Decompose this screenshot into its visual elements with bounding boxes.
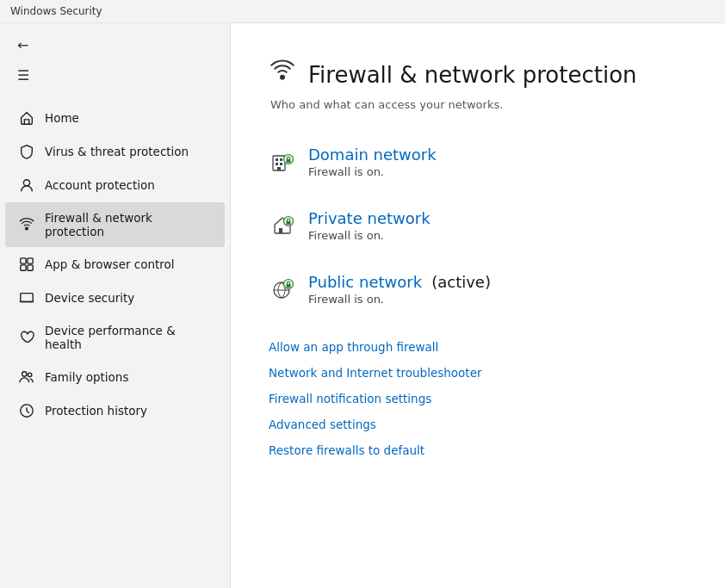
private-network-name[interactable]: Private network [308, 209, 431, 227]
svg-rect-6 [21, 294, 33, 302]
svg-rect-16 [277, 167, 281, 170]
sidebar-item-app-label: App & browser control [45, 257, 175, 271]
page-subtitle: Who and what can access your networks. [270, 98, 687, 111]
domain-network-section: Domain network Firewall is on. [269, 142, 687, 182]
allow-app-link[interactable]: Allow an app through firewall [269, 340, 687, 354]
svg-rect-3 [28, 258, 33, 263]
svg-rect-21 [287, 221, 291, 225]
sidebar-item-device-security[interactable]: Device security [5, 282, 225, 314]
sidebar-nav: Home Virus & threat protection [0, 97, 230, 588]
restore-link[interactable]: Restore firewalls to default [269, 443, 687, 457]
sidebar-item-history-label: Protection history [45, 404, 147, 418]
private-network-content: Private network Firewall is on. [308, 209, 431, 242]
public-network-name-row: Public network (active) [308, 273, 491, 291]
svg-point-1 [26, 227, 28, 230]
sidebar-item-account-label: Account protection [45, 178, 155, 192]
public-network-active-badge: (active) [431, 273, 491, 291]
links-section: Allow an app through firewall Network an… [269, 340, 687, 457]
page-header-icon [269, 58, 296, 91]
svg-rect-18 [287, 159, 291, 163]
svg-rect-5 [28, 265, 33, 270]
family-icon [19, 369, 34, 385]
domain-network-icon [269, 147, 296, 175]
page-header: Firewall & network protection [269, 58, 687, 91]
sidebar-item-app[interactable]: App & browser control [5, 248, 225, 281]
sidebar-item-family[interactable]: Family options [5, 361, 225, 393]
domain-network-status: Firewall is on. [308, 165, 437, 178]
domain-network-name[interactable]: Domain network [308, 145, 437, 164]
wifi-icon [19, 217, 34, 232]
main-content: Firewall & network protection Who and wh… [231, 23, 725, 588]
title-bar: Windows Security [0, 0, 725, 23]
sidebar-item-home[interactable]: Home [5, 102, 225, 134]
svg-rect-13 [280, 158, 282, 161]
svg-rect-19 [279, 228, 282, 233]
sidebar-item-device-security-label: Device security [45, 291, 134, 305]
svg-rect-24 [287, 284, 291, 288]
domain-network-card: Domain network Firewall is on. [269, 142, 687, 182]
public-network-section: Public network (active) Firewall is on. [269, 269, 687, 309]
private-network-card: Private network Firewall is on. [269, 206, 687, 245]
sidebar-item-device-perf-label: Device performance & health [45, 324, 211, 351]
advanced-link[interactable]: Advanced settings [269, 418, 687, 431]
public-network-card: Public network (active) Firewall is on. [269, 269, 687, 309]
svg-point-0 [23, 180, 29, 186]
public-network-icon [269, 275, 296, 302]
page-title: Firewall & network protection [308, 62, 637, 88]
private-network-status: Firewall is on. [308, 229, 431, 242]
sidebar-item-home-label: Home [45, 111, 79, 125]
sidebar: ← ☰ Home [0, 23, 231, 588]
heart-icon [19, 330, 34, 345]
menu-icon: ☰ [17, 67, 29, 84]
public-network-name[interactable]: Public network [308, 273, 422, 291]
app-title: Windows Security [10, 5, 102, 17]
sidebar-item-firewall-label: Firewall & network protection [45, 211, 211, 238]
notification-link[interactable]: Firewall notification settings [269, 392, 687, 405]
svg-rect-4 [21, 265, 26, 270]
sidebar-item-virus[interactable]: Virus & threat protection [5, 135, 225, 168]
svg-point-10 [281, 76, 284, 79]
svg-rect-12 [276, 158, 278, 161]
sidebar-item-account[interactable]: Account protection [5, 169, 225, 201]
home-icon [19, 110, 34, 126]
back-button[interactable]: ← [10, 32, 220, 59]
menu-button[interactable]: ☰ [10, 62, 220, 89]
shield-icon [19, 144, 34, 159]
svg-point-8 [28, 373, 32, 377]
sidebar-item-device-perf[interactable]: Device performance & health [5, 315, 225, 360]
svg-point-7 [22, 372, 27, 376]
svg-rect-2 [21, 258, 26, 263]
sidebar-item-virus-label: Virus & threat protection [45, 145, 189, 158]
public-network-content: Public network (active) Firewall is on. [308, 273, 491, 306]
laptop-icon [19, 290, 34, 306]
sidebar-item-history[interactable]: Protection history [5, 394, 225, 427]
troubleshooter-link[interactable]: Network and Internet troubleshooter [269, 366, 687, 380]
sidebar-item-firewall[interactable]: Firewall & network protection [5, 202, 225, 247]
clock-icon [19, 403, 34, 418]
domain-network-content: Domain network Firewall is on. [308, 145, 437, 178]
public-network-status: Firewall is on. [308, 293, 491, 306]
private-network-section: Private network Firewall is on. [269, 206, 687, 245]
back-icon: ← [17, 37, 28, 53]
private-network-icon [269, 211, 296, 238]
svg-rect-15 [280, 163, 282, 165]
person-icon [19, 177, 34, 193]
sidebar-item-family-label: Family options [45, 370, 128, 384]
app-icon [19, 257, 34, 272]
svg-rect-14 [276, 163, 278, 165]
